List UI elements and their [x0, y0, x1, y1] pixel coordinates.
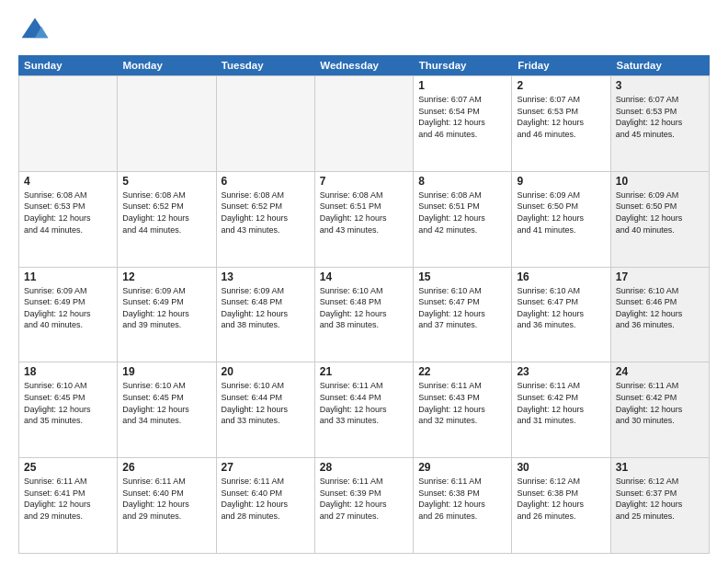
- day-info: Sunrise: 6:11 AM Sunset: 6:41 PM Dayligh…: [24, 476, 112, 522]
- day-number: 7: [320, 175, 408, 188]
- day-number: 25: [24, 461, 112, 474]
- day-number: 24: [616, 365, 704, 378]
- day-info: Sunrise: 6:08 AM Sunset: 6:51 PM Dayligh…: [320, 190, 408, 236]
- day-info: Sunrise: 6:10 AM Sunset: 6:47 PM Dayligh…: [418, 285, 506, 331]
- calendar-cell-17: 17Sunrise: 6:10 AM Sunset: 6:46 PM Dayli…: [611, 268, 710, 362]
- day-info: Sunrise: 6:08 AM Sunset: 6:52 PM Dayligh…: [122, 190, 210, 236]
- day-info: Sunrise: 6:11 AM Sunset: 6:44 PM Dayligh…: [320, 380, 408, 426]
- day-info: Sunrise: 6:08 AM Sunset: 6:52 PM Dayligh…: [222, 190, 310, 236]
- day-number: 4: [24, 175, 112, 188]
- day-info: Sunrise: 6:10 AM Sunset: 6:45 PM Dayligh…: [122, 380, 210, 426]
- calendar-cell-2: 2Sunrise: 6:07 AM Sunset: 6:53 PM Daylig…: [512, 76, 610, 171]
- calendar-cell-25: 25Sunrise: 6:11 AM Sunset: 6:41 PM Dayli…: [19, 458, 118, 553]
- calendar-cell-empty-2: [217, 76, 315, 171]
- day-info: Sunrise: 6:12 AM Sunset: 6:38 PM Dayligh…: [517, 476, 605, 522]
- day-number: 29: [418, 461, 506, 474]
- day-number: 30: [517, 461, 605, 474]
- calendar-cell-7: 7Sunrise: 6:08 AM Sunset: 6:51 PM Daylig…: [315, 172, 414, 267]
- header-day-friday: Friday: [512, 55, 610, 75]
- day-number: 13: [222, 270, 310, 283]
- day-number: 21: [320, 365, 408, 378]
- day-info: Sunrise: 6:09 AM Sunset: 6:49 PM Dayligh…: [122, 285, 210, 331]
- day-info: Sunrise: 6:09 AM Sunset: 6:50 PM Dayligh…: [616, 190, 704, 236]
- calendar-body: 1Sunrise: 6:07 AM Sunset: 6:54 PM Daylig…: [18, 75, 710, 554]
- day-number: 11: [24, 270, 112, 283]
- logo-icon: [18, 15, 51, 48]
- calendar-cell-3: 3Sunrise: 6:07 AM Sunset: 6:53 PM Daylig…: [611, 76, 710, 171]
- day-number: 12: [122, 270, 210, 283]
- day-number: 9: [517, 175, 605, 188]
- day-info: Sunrise: 6:11 AM Sunset: 6:39 PM Dayligh…: [320, 476, 408, 522]
- calendar-cell-18: 18Sunrise: 6:10 AM Sunset: 6:45 PM Dayli…: [19, 362, 118, 457]
- calendar-cell-26: 26Sunrise: 6:11 AM Sunset: 6:40 PM Dayli…: [118, 458, 216, 553]
- day-info: Sunrise: 6:10 AM Sunset: 6:45 PM Dayligh…: [24, 380, 112, 426]
- calendar-week-2: 4Sunrise: 6:08 AM Sunset: 6:53 PM Daylig…: [18, 171, 710, 267]
- day-info: Sunrise: 6:10 AM Sunset: 6:48 PM Dayligh…: [320, 285, 408, 331]
- calendar-cell-14: 14Sunrise: 6:10 AM Sunset: 6:48 PM Dayli…: [315, 268, 414, 362]
- day-number: 8: [418, 175, 506, 188]
- day-info: Sunrise: 6:10 AM Sunset: 6:46 PM Dayligh…: [616, 285, 704, 331]
- header-day-tuesday: Tuesday: [216, 55, 314, 75]
- calendar-week-5: 25Sunrise: 6:11 AM Sunset: 6:41 PM Dayli…: [18, 457, 710, 554]
- calendar-cell-9: 9Sunrise: 6:09 AM Sunset: 6:50 PM Daylig…: [512, 172, 610, 267]
- day-info: Sunrise: 6:08 AM Sunset: 6:51 PM Dayligh…: [418, 190, 506, 236]
- calendar-cell-10: 10Sunrise: 6:09 AM Sunset: 6:50 PM Dayli…: [611, 172, 710, 267]
- calendar-cell-empty-1: [118, 76, 216, 171]
- header-day-wednesday: Wednesday: [314, 55, 413, 75]
- calendar-cell-12: 12Sunrise: 6:09 AM Sunset: 6:49 PM Dayli…: [118, 268, 216, 362]
- day-number: 6: [222, 175, 310, 188]
- day-number: 10: [616, 175, 704, 188]
- day-info: Sunrise: 6:11 AM Sunset: 6:43 PM Dayligh…: [418, 380, 506, 426]
- day-info: Sunrise: 6:11 AM Sunset: 6:42 PM Dayligh…: [517, 380, 605, 426]
- day-info: Sunrise: 6:11 AM Sunset: 6:40 PM Dayligh…: [122, 476, 210, 522]
- calendar-cell-31: 31Sunrise: 6:12 AM Sunset: 6:37 PM Dayli…: [611, 458, 710, 553]
- day-number: 23: [517, 365, 605, 378]
- day-info: Sunrise: 6:07 AM Sunset: 6:54 PM Dayligh…: [418, 94, 506, 140]
- day-info: Sunrise: 6:07 AM Sunset: 6:53 PM Dayligh…: [517, 94, 605, 140]
- day-info: Sunrise: 6:09 AM Sunset: 6:48 PM Dayligh…: [222, 285, 310, 331]
- calendar: SundayMondayTuesdayWednesdayThursdayFrid…: [18, 55, 710, 554]
- day-number: 3: [616, 79, 704, 92]
- calendar-cell-16: 16Sunrise: 6:10 AM Sunset: 6:47 PM Dayli…: [512, 268, 610, 362]
- calendar-cell-empty-0: [19, 76, 118, 171]
- header-day-sunday: Sunday: [18, 55, 117, 75]
- day-number: 17: [616, 270, 704, 283]
- day-number: 19: [122, 365, 210, 378]
- day-number: 26: [122, 461, 210, 474]
- calendar-header: SundayMondayTuesdayWednesdayThursdayFrid…: [18, 55, 710, 75]
- day-number: 28: [320, 461, 408, 474]
- calendar-cell-28: 28Sunrise: 6:11 AM Sunset: 6:39 PM Dayli…: [315, 458, 414, 553]
- day-info: Sunrise: 6:10 AM Sunset: 6:47 PM Dayligh…: [517, 285, 605, 331]
- day-number: 16: [517, 270, 605, 283]
- day-number: 20: [222, 365, 310, 378]
- calendar-cell-20: 20Sunrise: 6:10 AM Sunset: 6:44 PM Dayli…: [217, 362, 315, 457]
- day-info: Sunrise: 6:12 AM Sunset: 6:37 PM Dayligh…: [616, 476, 704, 522]
- day-number: 15: [418, 270, 506, 283]
- calendar-cell-29: 29Sunrise: 6:11 AM Sunset: 6:38 PM Dayli…: [414, 458, 512, 553]
- calendar-cell-5: 5Sunrise: 6:08 AM Sunset: 6:52 PM Daylig…: [118, 172, 216, 267]
- day-info: Sunrise: 6:10 AM Sunset: 6:44 PM Dayligh…: [222, 380, 310, 426]
- day-info: Sunrise: 6:09 AM Sunset: 6:49 PM Dayligh…: [24, 285, 112, 331]
- day-number: 27: [222, 461, 310, 474]
- header-day-thursday: Thursday: [414, 55, 512, 75]
- calendar-cell-empty-3: [315, 76, 414, 171]
- calendar-cell-6: 6Sunrise: 6:08 AM Sunset: 6:52 PM Daylig…: [217, 172, 315, 267]
- calendar-cell-8: 8Sunrise: 6:08 AM Sunset: 6:51 PM Daylig…: [414, 172, 512, 267]
- day-number: 1: [418, 79, 506, 92]
- header-day-saturday: Saturday: [611, 55, 710, 75]
- day-info: Sunrise: 6:11 AM Sunset: 6:40 PM Dayligh…: [222, 476, 310, 522]
- calendar-cell-11: 11Sunrise: 6:09 AM Sunset: 6:49 PM Dayli…: [19, 268, 118, 362]
- day-number: 31: [616, 461, 704, 474]
- logo: [18, 15, 55, 48]
- calendar-week-4: 18Sunrise: 6:10 AM Sunset: 6:45 PM Dayli…: [18, 362, 710, 457]
- day-info: Sunrise: 6:11 AM Sunset: 6:38 PM Dayligh…: [418, 476, 506, 522]
- day-number: 2: [517, 79, 605, 92]
- calendar-cell-13: 13Sunrise: 6:09 AM Sunset: 6:48 PM Dayli…: [217, 268, 315, 362]
- calendar-cell-21: 21Sunrise: 6:11 AM Sunset: 6:44 PM Dayli…: [315, 362, 414, 457]
- day-info: Sunrise: 6:08 AM Sunset: 6:53 PM Dayligh…: [24, 190, 112, 236]
- calendar-cell-27: 27Sunrise: 6:11 AM Sunset: 6:40 PM Dayli…: [217, 458, 315, 553]
- day-number: 22: [418, 365, 506, 378]
- day-number: 14: [320, 270, 408, 283]
- day-info: Sunrise: 6:09 AM Sunset: 6:50 PM Dayligh…: [517, 190, 605, 236]
- day-info: Sunrise: 6:07 AM Sunset: 6:53 PM Dayligh…: [616, 94, 704, 140]
